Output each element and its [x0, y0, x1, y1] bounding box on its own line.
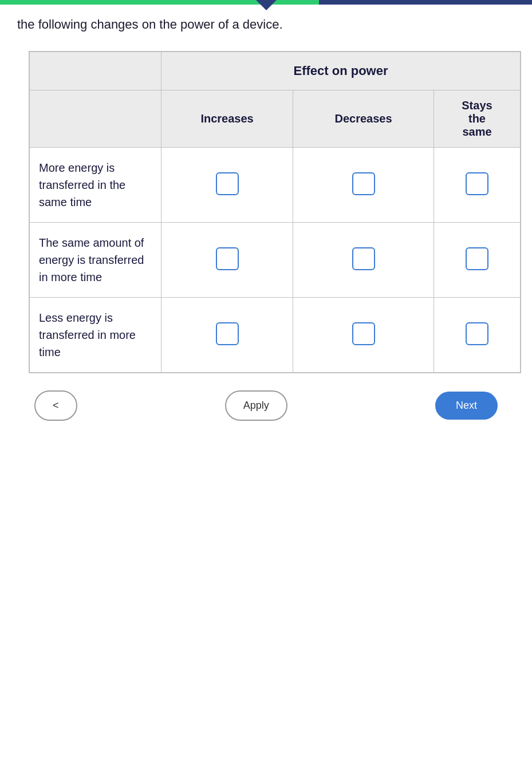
row3-label: Less energy is transferred in more time — [30, 297, 161, 372]
top-bar — [0, 0, 532, 5]
row2-stays-cell — [434, 222, 520, 297]
row1-label: More energy is transferred in the same t… — [30, 147, 161, 222]
table-row: Less energy is transferred in more time — [30, 297, 521, 372]
tooltip-arrow — [256, 0, 277, 10]
row3-stays-checkbox[interactable] — [466, 322, 488, 345]
row2-increases-checkbox[interactable] — [216, 247, 239, 270]
table-row: The same amount of energy is transferred… — [30, 222, 521, 297]
row2-stays-checkbox[interactable] — [466, 247, 488, 270]
effect-table-wrapper: Effect on power Increases Decreases Stay… — [29, 51, 521, 373]
row3-decreases-cell — [293, 297, 434, 372]
intro-text: the following changes on the power of a … — [17, 16, 515, 34]
row1-decreases-cell — [293, 147, 434, 222]
col-increases: Increases — [161, 90, 293, 147]
row2-decreases-cell — [293, 222, 434, 297]
apply-button[interactable]: Apply — [225, 390, 287, 421]
row3-increases-checkbox[interactable] — [216, 322, 239, 345]
bottom-buttons: < Apply Next — [17, 379, 515, 432]
row3-increases-cell — [161, 297, 293, 372]
row1-decreases-checkbox[interactable] — [352, 172, 375, 195]
table-row: More energy is transferred in the same t… — [30, 147, 521, 222]
back-button[interactable]: < — [34, 390, 77, 421]
row3-decreases-checkbox[interactable] — [352, 322, 375, 345]
row2-decreases-checkbox[interactable] — [352, 247, 375, 270]
col-decreases: Decreases — [293, 90, 434, 147]
row2-increases-cell — [161, 222, 293, 297]
row3-stays-cell — [434, 297, 520, 372]
row1-increases-cell — [161, 147, 293, 222]
row1-stays-cell — [434, 147, 520, 222]
row1-stays-checkbox[interactable] — [466, 172, 488, 195]
effect-table: Effect on power Increases Decreases Stay… — [29, 52, 521, 373]
effect-header: Effect on power — [161, 52, 521, 90]
next-button[interactable]: Next — [435, 392, 498, 420]
row2-label: The same amount of energy is transferred… — [30, 222, 161, 297]
row1-increases-checkbox[interactable] — [216, 172, 239, 195]
col-stays: Staysthesame — [434, 90, 520, 147]
